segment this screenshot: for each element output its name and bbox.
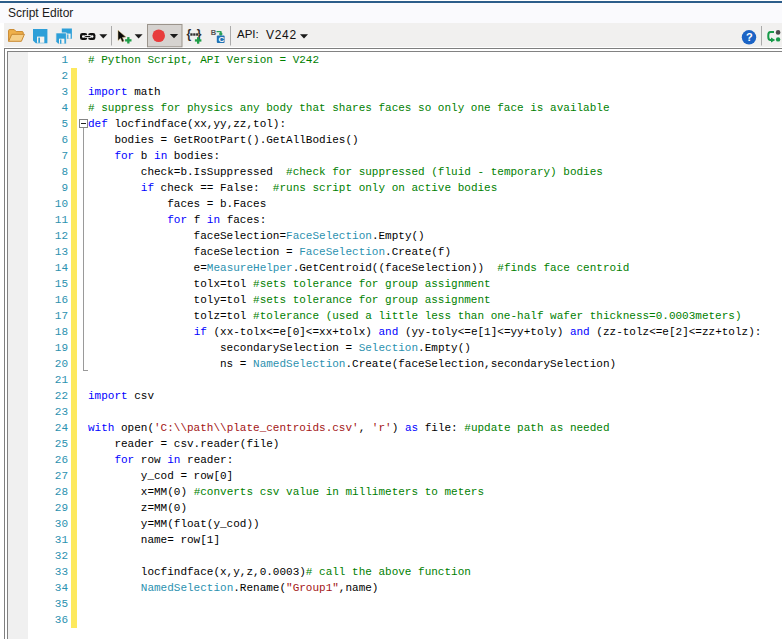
- svg-text:B: B: [211, 28, 217, 37]
- svg-text:?: ?: [746, 31, 753, 43]
- svg-text:C: C: [218, 35, 224, 44]
